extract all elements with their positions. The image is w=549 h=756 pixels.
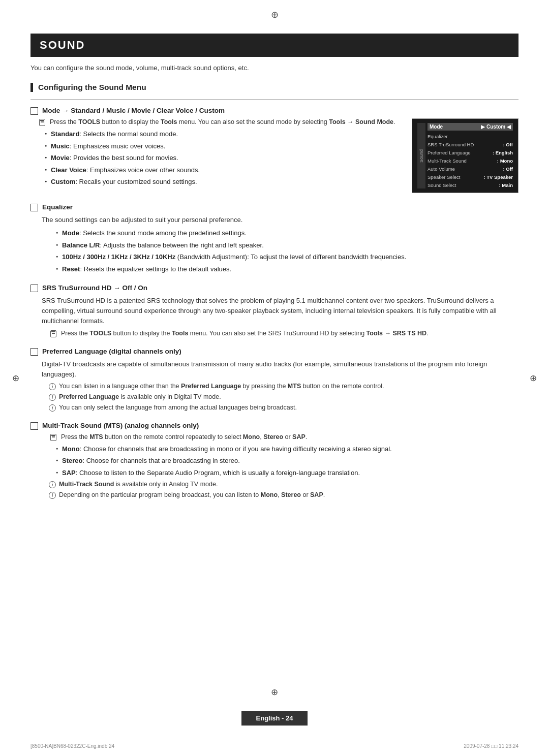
mode-section-inner: Press the TOOLS button to display the To… [30, 118, 518, 193]
mode-bullet-list: Standard: Selects the normal sound mode.… [30, 129, 404, 187]
remote-icon3 [49, 434, 58, 441]
srs-note1: Press the TOOLS button to display the To… [42, 330, 518, 337]
footer-left: [8500-NA]BN68-02322C-Eng.indb 24 [30, 743, 114, 749]
remote-icon2 [49, 330, 58, 337]
osd-box: Sound Mode ▶ Custom ◀ Equalizer [412, 118, 518, 193]
info-icon5: i [49, 492, 56, 499]
osd-row: Preferred Language : English [428, 149, 513, 156]
remote-icon-shape2 [50, 330, 56, 337]
preferred-language-subsection: Preferred Language (digital channels onl… [30, 348, 518, 412]
multi-track-body: Press the MTS button on the remote contr… [30, 433, 518, 499]
osd-row: Multi-Track Sound : Mono [428, 157, 513, 164]
list-item: Standard: Selects the normal sound mode. [45, 129, 404, 139]
left-compass-icon: ⊕ [12, 373, 19, 384]
srs-subsection: SRS TruSurround HD → Off / On SRS TruSur… [30, 284, 518, 337]
preferred-language-note2: i Preferred Language is available only i… [42, 393, 518, 401]
equalizer-subsection: Equalizer The sound settings can be adju… [30, 203, 518, 274]
multi-track-title: Multi-Track Sound (MTS) (analog channels… [30, 422, 518, 430]
bottom-compass-icon: ⊕ [271, 687, 278, 698]
osd-row: Auto Volume : Off [428, 165, 513, 172]
osd-row: Equalizer [428, 133, 513, 140]
remote-icon-shape3 [50, 434, 56, 441]
preferred-language-body: Digital-TV broadcasts are capable of sim… [30, 359, 518, 412]
multi-track-subsection: Multi-Track Sound (MTS) (analog channels… [30, 422, 518, 499]
equalizer-title: Equalizer [30, 203, 518, 211]
info-icon2: i [49, 394, 56, 401]
info-icon4: i [49, 481, 56, 488]
list-item: Balance L/R: Adjusts the balance between… [56, 240, 518, 250]
osd-main: Mode ▶ Custom ◀ Equalizer SRS [428, 123, 513, 188]
mode-text-col: Press the TOOLS button to display the To… [30, 118, 404, 193]
osd-row: Speaker Select : TV Speaker [428, 173, 513, 180]
right-compass-icon: ⊕ [530, 373, 537, 384]
list-item: Mono: Choose for channels that are broad… [56, 444, 518, 454]
page-wrapper: ⊕ ⊕ ⊕ SOUND You can configure the sound … [0, 0, 549, 756]
list-item: Movie: Provides the best sound for movie… [45, 153, 404, 163]
preferred-language-note1: i You can listen in a language other tha… [42, 383, 518, 390]
mode-note1: Press the TOOLS button to display the To… [30, 118, 404, 126]
osd-row: Sound Select : Main [428, 181, 513, 188]
list-item: Clear Voice: Emphasizes voice over other… [45, 165, 404, 175]
english-badge: English - 24 [241, 711, 308, 726]
srs-para1: SRS TruSurround HD is a patented SRS tec… [42, 296, 518, 326]
srs-checkbox-icon [30, 285, 38, 292]
equalizer-bullet-list: Mode: Selects the sound mode among the p… [42, 228, 518, 274]
mode-subsection: Mode → Standard / Music / Movie / Clear … [30, 107, 518, 193]
multi-track-checkbox-icon [30, 422, 38, 430]
section-heading: Configuring the Sound Menu [30, 83, 518, 92]
top-compass-icon: ⊕ [0, 0, 549, 23]
footer-right: 2009-07-28 □□ 11:23:24 [464, 743, 518, 749]
remote-icon [38, 119, 47, 126]
preferred-language-para1: Digital-TV broadcasts are capable of sim… [42, 359, 518, 380]
list-item: 100Hz / 300Hz / 1KHz / 3KHz / 10KHz (Ban… [56, 252, 518, 262]
page-title: SOUND [30, 34, 518, 57]
list-item: Stereo: Choose for channels that are bro… [56, 456, 518, 466]
info-icon1: i [49, 383, 56, 390]
osd-mode-row: Mode ▶ Custom ◀ [428, 123, 513, 131]
list-item: Music: Emphasizes music over voices. [45, 141, 404, 151]
section-rule [30, 99, 518, 100]
preferred-language-checkbox-icon [30, 348, 38, 356]
srs-body: SRS TruSurround HD is a patented SRS tec… [30, 296, 518, 337]
equalizer-checkbox-icon [30, 204, 38, 211]
multi-track-note1: i Multi-Track Sound is available only in… [42, 481, 518, 488]
main-content: SOUND You can configure the sound mode, … [0, 23, 549, 550]
list-item: Mode: Selects the sound mode among the p… [56, 228, 518, 238]
multi-track-bullet-list: Mono: Choose for channels that are broad… [42, 444, 518, 478]
srs-title: SRS TruSurround HD → Off / On [30, 284, 518, 292]
multi-track-note2: i Depending on the particular program be… [42, 491, 518, 499]
multi-track-note-press: Press the MTS button on the remote contr… [42, 433, 518, 441]
preferred-language-title: Preferred Language (digital channels onl… [30, 348, 518, 356]
osd-sidebar: Sound [417, 123, 425, 188]
remote-icon-shape [39, 119, 45, 126]
preferred-language-note3: i You can only select the language from … [42, 404, 518, 412]
list-item: SAP: Choose to listen to the Separate Au… [56, 468, 518, 478]
intro-text: You can configure the sound mode, volume… [30, 64, 518, 72]
mode-osd-image: Sound Mode ▶ Custom ◀ Equalizer [412, 118, 518, 193]
mode-title: Mode → Standard / Music / Movie / Clear … [30, 107, 518, 115]
list-item: Custom: Recalls your customized sound se… [45, 177, 404, 187]
info-icon3: i [49, 404, 56, 412]
osd-label-col: Equalizer SRS TruSurround HD : Off Prefe… [428, 133, 513, 188]
equalizer-intro: The sound settings can be adjusted to su… [42, 215, 518, 225]
osd-row: SRS TruSurround HD : Off [428, 141, 513, 148]
list-item: Reset: Resets the equalizer settings to … [56, 264, 518, 274]
equalizer-body: The sound settings can be adjusted to su… [30, 215, 518, 274]
mode-checkbox-icon [30, 107, 38, 115]
